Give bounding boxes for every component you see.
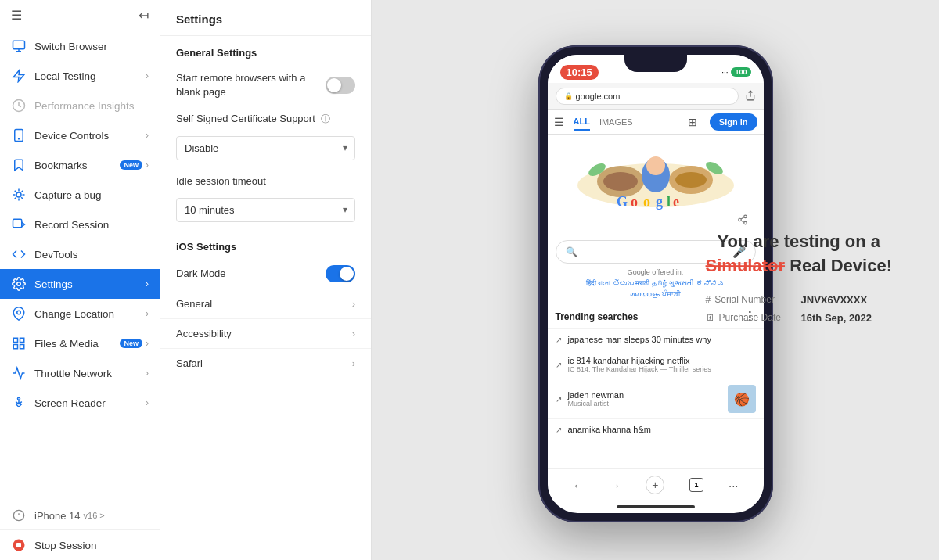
svg-rect-12 <box>20 345 24 349</box>
accessibility-nav-label: Accessibility <box>176 328 232 339</box>
sidebar-item-screen-reader[interactable]: Screen Reader › <box>0 388 160 418</box>
trend-text: anamika khanna h&m <box>568 425 756 434</box>
sidebar-item-performance-insights[interactable]: Performance Insights <box>0 91 160 120</box>
sidebar-footer: iPhone 14 v16 > Stop Session <box>0 501 160 560</box>
sidebar-item-settings[interactable]: Settings › <box>0 269 160 299</box>
back-button[interactable]: ← <box>572 479 584 492</box>
browser-bar: 🔒 google.com <box>548 83 764 110</box>
sidebar-item-throttle-network[interactable]: Throttle Network › <box>0 358 160 388</box>
purchase-date-row: 🗓 Purchase Date 16th Sep, 2022 <box>706 312 892 324</box>
lock-icon: 🔒 <box>564 92 573 100</box>
chevron-right-icon: › <box>146 338 149 349</box>
share-button[interactable] <box>745 90 756 103</box>
tab-all[interactable]: ALL <box>574 113 590 131</box>
files-media-icon <box>11 336 27 351</box>
trend-item-2: ↗ ic 814 kandahar hijacking netflix IC 8… <box>548 350 764 379</box>
chevron-right-icon: › <box>146 278 149 289</box>
cert-dropdown[interactable]: Disable Enable <box>176 136 355 160</box>
general-nav-row[interactable]: General › <box>160 289 371 318</box>
url-bar[interactable]: 🔒 google.com <box>556 88 739 105</box>
bookmarks-icon <box>11 157 27 173</box>
sidebar-item-record-session[interactable]: Record Session <box>0 210 160 239</box>
stop-session-button[interactable]: Stop Session <box>0 529 160 560</box>
svg-marker-6 <box>22 222 25 227</box>
dark-mode-label: Dark Mode <box>176 267 318 281</box>
sidebar-header: ☰ ↤ <box>0 0 160 31</box>
trend-text: jaden newman Musical artist <box>568 390 721 407</box>
record-session-icon <box>11 217 27 232</box>
ios-settings-header: iOS Settings <box>160 230 371 259</box>
accessibility-nav-row[interactable]: Accessibility › <box>160 318 371 348</box>
sidebar-label: Settings <box>34 278 142 290</box>
chevron-right-icon: › <box>352 328 355 339</box>
trend-up-icon: ↗ <box>556 395 562 404</box>
chevron-right-icon: › <box>352 298 355 310</box>
safari-nav-label: Safari <box>176 357 203 369</box>
throttle-network-icon <box>11 365 27 381</box>
browser-menu-icon[interactable]: ☰ <box>554 116 564 128</box>
chevron-right-icon: › <box>352 357 355 369</box>
sidebar-item-switch-browser[interactable]: Switch Browser <box>0 31 160 61</box>
forward-button[interactable]: → <box>609 479 621 492</box>
sidebar-label: Switch Browser <box>34 41 149 52</box>
screen-reader-icon <box>11 395 27 411</box>
cert-support-row: Self Signed Certificate Support ⓘ <box>160 106 371 132</box>
browser-tabs: ☰ ALL IMAGES ⊞ Sign in <box>548 110 764 135</box>
sign-in-button[interactable]: Sign in <box>710 113 757 131</box>
chevron-right-icon: › <box>146 160 149 171</box>
sidebar-label: Device Controls <box>34 130 142 142</box>
sidebar-item-files-media[interactable]: Files & Media New › <box>0 328 160 358</box>
sidebar-label: Screen Reader <box>34 397 142 409</box>
dark-mode-toggle[interactable] <box>326 265 355 282</box>
collapse-icon[interactable]: ↤ <box>139 8 149 23</box>
sidebar-item-device-controls[interactable]: Device Controls › <box>0 120 160 150</box>
cert-dropdown-row: Disable Enable <box>160 133 371 168</box>
hamburger-icon[interactable]: ☰ <box>11 8 22 23</box>
device-info-row[interactable]: iPhone 14 v16 > <box>0 501 160 529</box>
device-name: iPhone 14 <box>34 510 81 522</box>
tab-count-button[interactable]: 1 <box>689 478 703 492</box>
sidebar-item-bookmarks[interactable]: Bookmarks New › <box>0 150 160 180</box>
svg-point-37 <box>743 221 747 224</box>
svg-text:g: g <box>656 194 663 210</box>
sidebar-item-local-testing[interactable]: Local Testing › <box>0 61 160 91</box>
chevron-right-icon: › <box>146 368 149 379</box>
svg-point-22 <box>603 172 638 191</box>
svg-point-35 <box>743 215 747 218</box>
safari-nav-row[interactable]: Safari › <box>160 348 371 378</box>
trend-sub: IC 814: The Kandahar Hijack — Thriller s… <box>568 365 756 373</box>
serial-value: JNVX6VXXXX <box>801 294 868 306</box>
general-nav-label: General <box>176 298 212 310</box>
trending-title: Trending searches <box>556 311 639 322</box>
trend-text: japanese man sleeps 30 minutes why <box>568 335 756 344</box>
svg-line-39 <box>741 217 744 219</box>
share-doodle-icon[interactable] <box>737 214 748 228</box>
sidebar-label: Throttle Network <box>34 368 142 379</box>
settings-title: Settings <box>160 0 371 36</box>
local-testing-icon <box>11 68 27 84</box>
apps-grid-icon[interactable]: ⊞ <box>688 116 697 128</box>
stop-icon <box>11 537 27 553</box>
svg-text:G: G <box>617 194 628 210</box>
trend-title: japanese man sleeps 30 minutes why <box>568 335 756 344</box>
general-settings-header: General Settings <box>160 36 371 65</box>
idle-timeout-dropdown-row: 5 minutes 10 minutes 15 minutes 30 minut… <box>160 195 371 230</box>
sidebar-item-devtools[interactable]: DevTools <box>0 239 160 269</box>
sidebar-item-change-location[interactable]: Change Location › <box>0 299 160 328</box>
more-options-button[interactable]: ··· <box>729 479 739 492</box>
svg-point-8 <box>17 311 21 314</box>
blank-page-toggle[interactable] <box>326 77 355 94</box>
change-location-icon <box>11 306 27 321</box>
blank-page-label: Start remote browsers with a blank page <box>176 71 318 99</box>
trend-title: ic 814 kandahar hijacking netflix <box>568 356 756 365</box>
phone-bottom-nav: ← → + 1 ··· <box>548 468 764 502</box>
sidebar-label: Local Testing <box>34 70 142 82</box>
add-tab-button[interactable]: + <box>646 476 664 494</box>
tab-images[interactable]: IMAGES <box>599 114 633 130</box>
svg-point-13 <box>18 397 20 400</box>
idle-timeout-dropdown[interactable]: 5 minutes 10 minutes 15 minutes 30 minut… <box>176 198 355 222</box>
cert-support-label: Self Signed Certificate Support ⓘ <box>176 112 355 126</box>
sidebar-item-capture-bug[interactable]: Capture a bug <box>0 180 160 210</box>
svg-rect-11 <box>13 345 17 349</box>
svg-point-24 <box>675 172 707 188</box>
